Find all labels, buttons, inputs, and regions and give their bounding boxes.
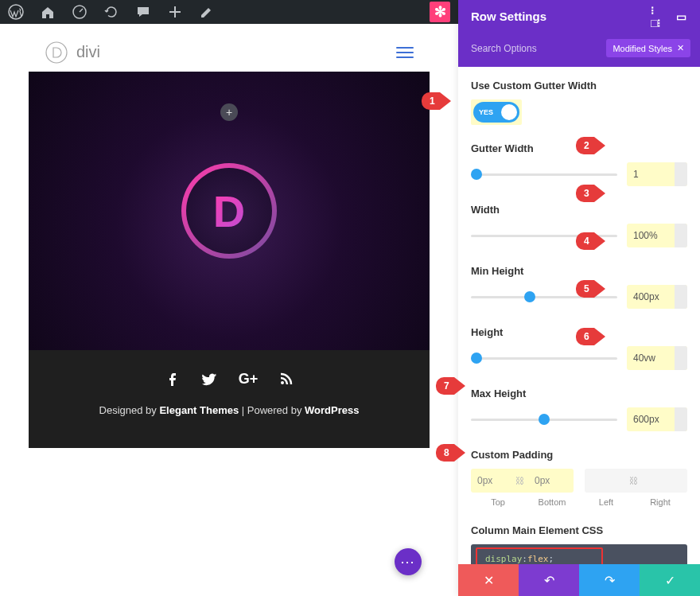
min-height-input[interactable] — [627, 291, 675, 302]
twitter-icon[interactable] — [200, 371, 218, 393]
padding-left-right-group: ⛓ — [585, 469, 687, 493]
pad-left-label: Left — [579, 497, 633, 507]
footer-link-wp[interactable]: WordPress — [305, 404, 359, 416]
callout-5: 5 — [576, 280, 605, 298]
row-settings-panel: Row Settings ⁝□⁝ ▭ Modified Styles✕ Use … — [458, 0, 700, 596]
min-height-label: Min Height — [471, 265, 687, 277]
width-label: Width — [471, 204, 687, 216]
custom-padding-label: Custom Padding — [471, 449, 687, 461]
undo-button[interactable]: ↶ — [519, 564, 579, 596]
hero-section: + D — [29, 72, 430, 350]
pad-right-label: Right — [633, 497, 687, 507]
comment-icon[interactable] — [135, 4, 151, 20]
padding-right-input[interactable] — [642, 475, 682, 486]
wordpress-icon[interactable] — [8, 4, 24, 20]
site-footer: G+ Designed by Elegant Themes | Powered … — [29, 350, 430, 448]
width-input[interactable] — [627, 230, 675, 241]
dashboard-icon[interactable] — [72, 4, 88, 20]
plus-icon[interactable] — [167, 4, 183, 20]
height-slider[interactable] — [471, 357, 617, 360]
padding-left-input[interactable] — [585, 475, 624, 486]
modified-styles-filter[interactable]: Modified Styles✕ — [606, 39, 690, 57]
add-module-button[interactable]: + — [220, 103, 238, 121]
focus-icon[interactable]: ⁝□⁝ — [651, 10, 663, 23]
edit-icon[interactable] — [199, 4, 215, 20]
site-header: divi — [29, 29, 430, 76]
unsaved-indicator[interactable]: ✻ — [430, 2, 450, 22]
menu-burger-icon[interactable] — [396, 47, 414, 58]
hero-logo-icon: D — [181, 163, 277, 259]
close-icon[interactable]: ✕ — [677, 43, 684, 53]
max-height-slider[interactable] — [471, 419, 617, 421]
refresh-icon[interactable] — [103, 4, 119, 20]
use-custom-gutter-label: Use Custom Gutter Width — [471, 80, 687, 92]
padding-bottom-input[interactable] — [528, 475, 568, 486]
svg-point-2 — [46, 42, 67, 63]
redo-button[interactable]: ↷ — [579, 564, 640, 596]
gutter-width-input[interactable] — [627, 169, 675, 180]
svg-point-3 — [281, 381, 284, 384]
save-button[interactable]: ✓ — [640, 564, 700, 596]
column-css-editor[interactable]: display:flex; justify-content:center; — [471, 544, 687, 564]
callout-4: 4 — [576, 232, 605, 250]
callout-1: 1 — [422, 92, 451, 110]
callout-7: 7 — [436, 377, 465, 395]
search-input[interactable] — [471, 43, 606, 54]
callout-3: 3 — [576, 185, 605, 202]
facebook-icon[interactable] — [164, 371, 180, 393]
pad-top-label: Top — [471, 497, 525, 507]
max-height-label: Max Height — [471, 388, 687, 399]
link-icon[interactable]: ⛓ — [624, 476, 642, 485]
rss-icon[interactable] — [278, 371, 294, 393]
wordpress-admin-bar: ✻ — [0, 0, 458, 24]
padding-top-bottom-group: ⛓ — [471, 469, 574, 493]
column-css-label: Column Main Element CSS — [471, 524, 687, 536]
gutter-width-slider[interactable] — [471, 173, 617, 176]
pad-bottom-label: Bottom — [525, 497, 579, 507]
panel-footer: ✕ ↶ ↷ ✓ — [458, 564, 700, 596]
footer-link-themes[interactable]: Elegant Themes — [159, 404, 239, 416]
link-icon[interactable]: ⛓ — [511, 476, 528, 485]
page-settings-fab[interactable]: ⋯ — [395, 548, 422, 575]
callout-2: 2 — [576, 137, 605, 154]
google-plus-icon[interactable]: G+ — [239, 371, 259, 393]
callout-8: 8 — [436, 444, 465, 462]
expand-icon[interactable]: ▭ — [675, 10, 687, 23]
panel-title: Row Settings — [471, 10, 546, 23]
cancel-button[interactable]: ✕ — [458, 564, 519, 596]
footer-credits: Designed by Elegant Themes | Powered by … — [29, 404, 430, 416]
use-custom-gutter-toggle[interactable]: YES — [473, 102, 519, 123]
preview-pane: ✻ divi + D G+ Designed by Elegant Themes… — [0, 0, 458, 596]
max-height-input[interactable] — [627, 414, 675, 425]
logo-text: divi — [76, 43, 100, 61]
callout-6: 6 — [576, 328, 605, 345]
padding-top-input[interactable] — [471, 475, 511, 486]
height-input[interactable] — [627, 353, 675, 364]
site-logo[interactable]: divi — [45, 41, 100, 64]
home-icon[interactable] — [40, 4, 56, 20]
